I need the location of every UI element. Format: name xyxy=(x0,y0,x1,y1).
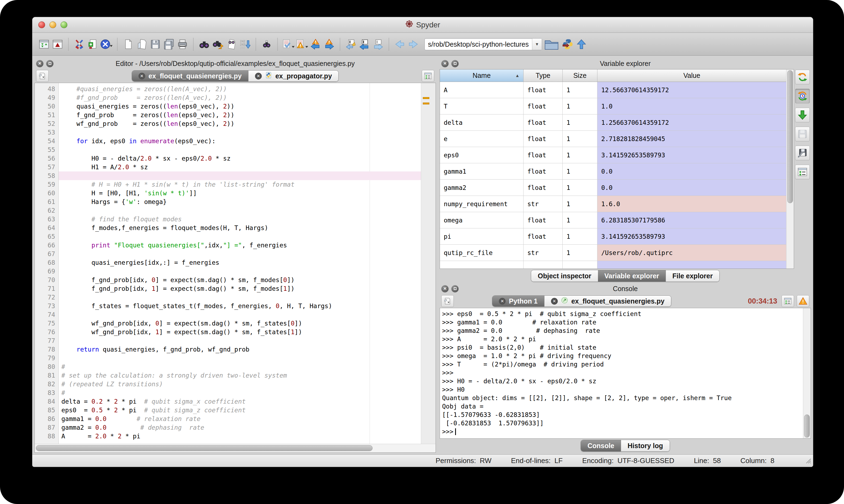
console-scrollbar[interactable] xyxy=(803,308,811,438)
prev-warning-icon[interactable] xyxy=(309,37,322,51)
tab-ex-floquet-quasienergies[interactable]: ✕ ex_floquet_quasienergies.py xyxy=(132,71,248,82)
pythonpath-icon[interactable] xyxy=(100,37,113,51)
code-line[interactable]: wf_gnd_prob = zeros((len(eps0_vec), 2)) xyxy=(59,119,421,128)
save-all-icon[interactable] xyxy=(162,37,176,51)
column-header-type[interactable]: Type xyxy=(523,69,563,82)
new-file-icon[interactable] xyxy=(121,37,135,51)
run-check-icon[interactable] xyxy=(281,37,295,51)
cell-value[interactable]: 2.718281828459045 xyxy=(598,131,786,147)
code-line[interactable]: gamma2 = 0.0 # dephasing rate xyxy=(59,423,421,432)
code-line[interactable]: # xyxy=(59,389,421,397)
back-icon[interactable] xyxy=(393,37,407,51)
titlebar[interactable]: Spyder xyxy=(32,17,813,33)
next-warning-icon[interactable] xyxy=(322,37,336,51)
column-header-value[interactable]: Value xyxy=(598,69,786,82)
table-row[interactable]: eps0float13.141592653589793 xyxy=(440,147,786,163)
code-line[interactable]: H = [H0, [H1, 'sin(w * t)']] xyxy=(59,189,421,197)
code-line[interactable] xyxy=(59,293,421,302)
resize-grip-icon[interactable] xyxy=(804,456,811,466)
column-header-size[interactable]: Size xyxy=(563,69,598,82)
tab-history-log[interactable]: History log xyxy=(621,440,670,451)
panes-layout-icon[interactable] xyxy=(37,37,51,51)
browse-tabs-icon[interactable] xyxy=(36,70,49,82)
code-line[interactable]: for idx, eps0 in enumerate(eps0_vec): xyxy=(59,137,421,145)
last-edit-location-icon[interactable] xyxy=(344,37,358,51)
editor-close-pane-icon[interactable]: ✕ xyxy=(36,60,44,67)
tab-console-script[interactable]: ✕ ex_floquet_quasienergies.py xyxy=(544,296,671,307)
table-row[interactable]: omegafloat16.283185307179586 xyxy=(440,212,786,229)
open-file-icon[interactable] xyxy=(135,37,149,51)
code-line[interactable] xyxy=(59,267,421,275)
cell-value[interactable]: 1.6.0 xyxy=(598,196,786,212)
cell-value[interactable]: 0.0 xyxy=(598,163,786,179)
code-line[interactable]: f_gnd_prob = zeros((len(eps0_vec), 2)) xyxy=(59,111,421,119)
tab-object-inspector[interactable]: Object inspector xyxy=(531,270,598,282)
parent-directory-icon[interactable] xyxy=(574,37,588,51)
close-tab-icon[interactable]: ✕ xyxy=(499,298,506,305)
code-line[interactable]: A = 2.0 * 2 * pi xyxy=(59,432,421,440)
code-editor[interactable]: #quasi_energies = zeros((len(A_vec), 2))… xyxy=(59,83,421,444)
editor-options-icon[interactable] xyxy=(422,70,434,82)
working-directory-value[interactable]: s/rob/Desktop/sci-python-lectures xyxy=(425,38,532,50)
cell-value[interactable]: 0.0 xyxy=(598,180,786,196)
tab-console[interactable]: Console xyxy=(581,440,621,451)
inspect-icon[interactable] xyxy=(260,37,273,51)
save-data-as-icon[interactable] xyxy=(795,146,810,160)
column-header-name[interactable]: Name ▲ xyxy=(440,69,523,82)
code-line[interactable] xyxy=(59,128,421,137)
forward-icon[interactable] xyxy=(407,37,420,51)
save-data-icon[interactable] xyxy=(795,127,810,141)
table-row[interactable]: pifloat13.141592653589793 xyxy=(440,229,786,245)
code-line[interactable]: # find the floquet modes xyxy=(59,215,421,223)
maximize-pane-icon[interactable] xyxy=(51,37,64,51)
code-line[interactable]: eps0 = 0.5 * 2 * pi # qubit sigma_z coef… xyxy=(59,406,421,414)
code-line[interactable]: #f_gnd_prob = zeros((len(A_vec), 2)) xyxy=(59,93,421,102)
combo-dropdown-icon[interactable]: ▼ xyxy=(532,38,542,50)
editor-horizontal-scrollbar[interactable] xyxy=(35,444,435,452)
code-line[interactable] xyxy=(59,250,421,258)
code-line[interactable]: gamma1 = 0.0 # relaxation rate xyxy=(59,414,421,423)
code-line[interactable] xyxy=(59,336,421,345)
code-line[interactable]: f_gnd_prob[idx, 1] = expect(sm.dag() * s… xyxy=(59,284,421,293)
close-tab-icon[interactable]: ✕ xyxy=(551,298,558,305)
cell-value[interactable]: 3.141592653589793 xyxy=(598,229,786,245)
working-directory-combo[interactable]: s/rob/Desktop/sci-python-lectures ▼ xyxy=(425,38,542,50)
table-row[interactable]: qutip_rc_filestr1/Users/rob/.qutiprc xyxy=(440,245,786,261)
console-options-icon[interactable] xyxy=(781,295,794,307)
console-float-pane-icon[interactable] xyxy=(451,285,459,292)
tools-icon[interactable] xyxy=(72,37,86,51)
run-warning-icon[interactable] xyxy=(295,37,309,51)
python-cwd-icon[interactable] xyxy=(561,37,574,51)
import-data-icon[interactable] xyxy=(795,108,810,122)
code-line[interactable]: return quasi_energies, f_gnd_prob, wf_gn… xyxy=(59,345,421,354)
code-line[interactable]: H1 = A/2.0 * sz xyxy=(59,163,421,172)
cell-value[interactable]: 12.566370614359172 xyxy=(598,82,786,98)
code-line[interactable] xyxy=(59,206,421,215)
code-line[interactable]: wf_gnd_prob[idx, 0] = expect(sm.dag() * … xyxy=(59,319,421,328)
close-tab-icon[interactable]: ✕ xyxy=(138,73,145,79)
console-prompt-line[interactable]: >>> xyxy=(442,428,803,436)
table-row[interactable]: gamma2float10.0 xyxy=(440,180,786,196)
code-line[interactable]: # H = H0 + H1 * sin(w * t) in the 'list-… xyxy=(59,180,421,189)
varexp-close-pane-icon[interactable]: ✕ xyxy=(441,60,449,67)
refresh-icon[interactable] xyxy=(795,70,810,84)
varexp-options-icon[interactable] xyxy=(795,165,810,179)
code-line[interactable]: Hargs = {'w': omega} xyxy=(59,197,421,206)
code-line[interactable]: # set up the calculation: a strongly dri… xyxy=(59,371,421,380)
table-row[interactable]: Afloat112.566370614359172 xyxy=(440,82,786,98)
cell-value[interactable]: 3.141592653589793 xyxy=(598,147,786,163)
table-row[interactable]: gamma1float10.0 xyxy=(440,163,786,180)
console-output[interactable]: >>> eps0 = 0.5 * 2 * pi # qubit sigma_z … xyxy=(440,308,803,438)
minimize-window-button[interactable] xyxy=(49,21,56,28)
scrollbar-thumb[interactable] xyxy=(36,445,373,451)
varexp-scrollbar[interactable] xyxy=(786,69,794,269)
browse-tabs-icon[interactable] xyxy=(441,295,454,307)
code-line[interactable] xyxy=(59,145,421,154)
next-cursor-icon[interactable] xyxy=(371,37,385,51)
table-row[interactable]: deltafloat11.2566370614359172 xyxy=(440,114,786,131)
console-close-pane-icon[interactable]: ✕ xyxy=(441,285,449,292)
close-window-button[interactable] xyxy=(38,21,45,28)
table-row[interactable]: numpy_requirementstr11.6.0 xyxy=(440,196,786,212)
code-line[interactable]: delta = 0.2 * 2 * pi # qubit sigma_x coe… xyxy=(59,397,421,406)
code-line[interactable]: quasi_energies = zeros((len(eps0_vec), 2… xyxy=(59,102,421,111)
